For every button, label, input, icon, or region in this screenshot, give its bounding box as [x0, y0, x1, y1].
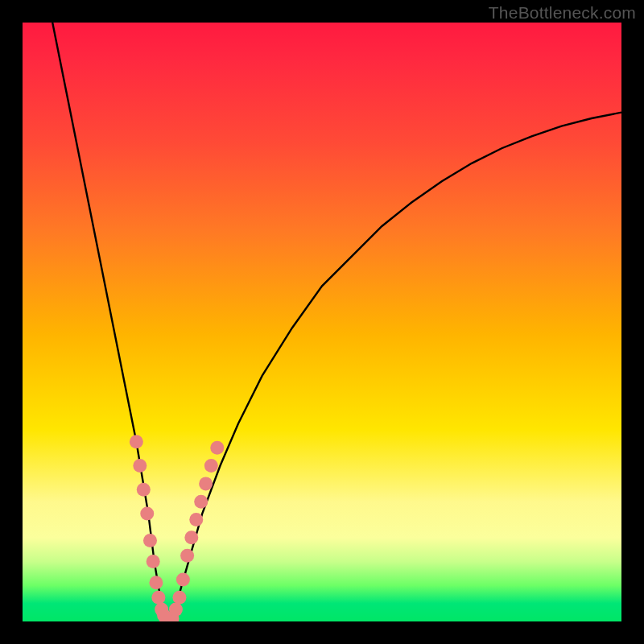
plot-area: [23, 23, 621, 621]
watermark-text: TheBottleneck.com: [489, 3, 636, 23]
curve-marker: [176, 572, 190, 586]
chart-svg: [23, 23, 621, 621]
curve-marker: [210, 441, 224, 455]
curve-marker: [151, 591, 165, 605]
curve-marker: [137, 483, 151, 497]
curve-marker: [143, 534, 157, 547]
marker-group: [130, 435, 224, 621]
curve-marker: [133, 459, 147, 473]
curve-marker: [130, 435, 143, 448]
chart-container: TheBottleneck.com: [0, 0, 644, 644]
curve-marker: [172, 591, 186, 605]
curve-marker: [189, 513, 203, 526]
curve-marker: [169, 603, 183, 617]
curve-marker: [147, 555, 160, 568]
bottleneck-curve: [52, 23, 621, 621]
curve-marker: [204, 459, 218, 473]
curve-marker: [180, 549, 194, 563]
curve-marker: [140, 507, 154, 521]
curve-marker: [194, 495, 208, 509]
curve-marker: [199, 477, 213, 490]
curve-marker: [149, 576, 163, 589]
curve-marker: [184, 530, 198, 544]
